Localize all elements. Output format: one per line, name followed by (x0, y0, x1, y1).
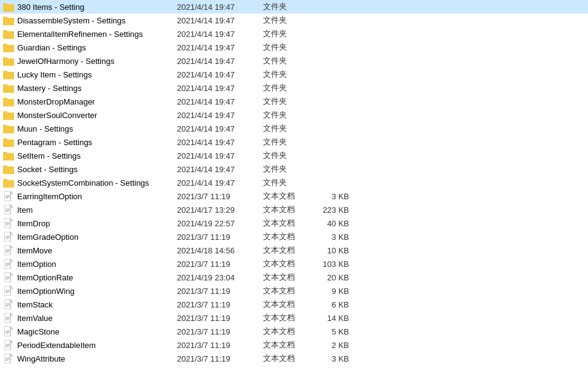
file-size: 3 KB (312, 192, 349, 201)
list-item[interactable]: Muun - Settings2021/4/14 19:47文件夹 (0, 122, 588, 135)
list-item[interactable]: Lucky Item - Settings2021/4/14 19:47文件夹 (0, 68, 588, 81)
file-name: SetItem - Settings (17, 151, 177, 160)
list-item[interactable]: DisassembleSystem - Settings2021/4/14 19… (0, 14, 588, 27)
file-name: WingAttribute (17, 354, 177, 363)
file-date: 2021/3/7 11:19 (177, 354, 263, 363)
folder-icon (2, 137, 15, 147)
list-item[interactable]: Mastery - Settings2021/4/14 19:47文件夹 (0, 81, 588, 95)
list-item[interactable]: Socket - Settings2021/4/14 19:47文件夹 (0, 162, 588, 176)
file-date: 2021/4/14 19:47 (177, 151, 263, 160)
svg-rect-96 (4, 313, 10, 323)
list-item[interactable]: ItemGradeOption2021/3/7 11:19文本文档3 KB (0, 230, 588, 243)
file-name: ItemGradeOption (17, 232, 177, 242)
svg-rect-48 (4, 205, 10, 215)
folder-icon (2, 29, 15, 39)
folder-icon (2, 164, 15, 174)
file-type: 文本文档 (263, 272, 312, 283)
list-item[interactable]: MagicStone2021/3/7 11:19文本文档5 KB (0, 325, 588, 338)
file-type: 文件夹 (263, 177, 312, 188)
list-item[interactable]: ItemMove2021/4/18 14:56文本文档10 KB (0, 243, 588, 257)
file-type: 文件夹 (263, 55, 312, 66)
file-name: MonsterSoulConverter (17, 111, 177, 120)
file-date: 2021/4/14 19:47 (177, 57, 263, 66)
file-date: 2021/4/19 22:57 (177, 219, 263, 228)
folder-icon (2, 97, 15, 106)
file-size: 3 KB (312, 354, 349, 363)
svg-rect-29 (3, 126, 14, 133)
svg-rect-32 (3, 140, 14, 146)
svg-rect-26 (3, 113, 14, 119)
svg-rect-60 (4, 232, 10, 242)
txt-file-icon (2, 313, 15, 323)
list-item[interactable]: ItemStack2021/3/7 11:19文本文档6 KB (0, 298, 588, 311)
list-item[interactable]: Pentagram - Settings2021/4/14 19:47文件夹 (0, 135, 588, 149)
file-name: MagicStone (17, 327, 177, 336)
file-date: 2021/4/14 19:47 (177, 43, 263, 52)
list-item[interactable]: MonsterSoulConverter2021/4/14 19:47文件夹 (0, 108, 588, 122)
file-date: 2021/4/14 19:47 (177, 124, 263, 133)
txt-file-icon (2, 205, 15, 215)
list-item[interactable]: ItemValue2021/3/7 11:19文本文档14 KB (0, 311, 588, 325)
svg-rect-78 (4, 272, 10, 282)
file-type: 文本文档 (263, 258, 312, 269)
svg-rect-14 (3, 58, 14, 65)
txt-file-icon (2, 191, 15, 201)
file-name: ElementalItemRefinemen - Settings (17, 30, 177, 39)
file-name: Socket - Settings (17, 165, 177, 174)
file-name: Guardian - Settings (17, 43, 177, 52)
file-size: 40 KB (312, 219, 349, 228)
file-date: 2021/3/7 11:19 (177, 259, 263, 269)
list-item[interactable]: ItemOptionRate2021/4/19 23:04文本文档20 KB (0, 271, 588, 284)
svg-rect-17 (3, 72, 14, 79)
file-date: 2021/4/14 19:47 (177, 138, 263, 147)
svg-marker-44 (10, 191, 13, 194)
list-item[interactable]: SocketSystemCombination - Settings2021/4… (0, 176, 588, 189)
file-name: ItemValue (17, 314, 177, 323)
file-date: 2021/3/7 11:19 (177, 192, 263, 201)
txt-file-icon (2, 354, 15, 363)
list-item[interactable]: SetItem - Settings2021/4/14 19:47文件夹 (0, 149, 588, 162)
file-list: 380 Items - Setting2021/4/14 19:47文件夹 Di… (0, 0, 588, 365)
file-size: 9 KB (312, 287, 349, 296)
folder-icon (2, 15, 15, 25)
list-item[interactable]: EarringItemOption2021/3/7 11:19文本文档3 KB (0, 189, 588, 203)
list-item[interactable]: WingAttribute2021/3/7 11:19文本文档3 KB (0, 352, 588, 365)
list-item[interactable]: ElementalItemRefinemen - Settings2021/4/… (0, 27, 588, 41)
list-item[interactable]: MonsterDropManager2021/4/14 19:47文件夹 (0, 95, 588, 108)
list-item[interactable]: ItemDrop2021/4/19 22:57文本文档40 KB (0, 216, 588, 230)
file-date: 2021/3/7 11:19 (177, 300, 263, 309)
file-name: DisassembleSystem - Settings (17, 16, 177, 25)
svg-rect-5 (3, 18, 14, 25)
file-date: 2021/3/7 11:19 (177, 341, 263, 350)
file-type: 文件夹 (263, 109, 312, 121)
file-date: 2021/4/18 14:56 (177, 246, 263, 255)
list-item[interactable]: ItemOption2021/3/7 11:19文本文档103 KB (0, 257, 588, 271)
file-date: 2021/4/19 23:04 (177, 273, 263, 282)
file-date: 2021/4/17 13:29 (177, 205, 263, 215)
file-type: 文件夹 (263, 42, 312, 53)
list-item[interactable]: PeriodExtendableItem2021/3/7 11:19文本文档2 … (0, 338, 588, 352)
file-name: Lucky Item - Settings (17, 70, 177, 79)
file-type: 文本文档 (263, 339, 312, 350)
list-item[interactable]: Item2021/4/17 13:29文本文档223 KB (0, 203, 588, 216)
svg-rect-23 (3, 99, 14, 106)
file-name: SocketSystemCombination - Settings (17, 178, 177, 188)
svg-marker-86 (10, 286, 13, 288)
folder-icon (2, 42, 15, 52)
file-date: 2021/4/14 19:47 (177, 111, 263, 120)
svg-rect-108 (4, 340, 10, 350)
txt-file-icon (2, 245, 15, 255)
file-type: 文件夹 (263, 69, 312, 80)
list-item[interactable]: Guardian - Settings2021/4/14 19:47文件夹 (0, 41, 588, 54)
file-type: 文件夹 (263, 123, 312, 134)
folder-icon (2, 69, 15, 79)
list-item[interactable]: JewelOfHarmony - Settings2021/4/14 19:47… (0, 54, 588, 68)
file-date: 2021/4/14 19:47 (177, 70, 263, 79)
file-type: 文本文档 (263, 231, 312, 242)
list-item[interactable]: 380 Items - Setting2021/4/14 19:47文件夹 (0, 0, 588, 14)
file-date: 2021/3/7 11:19 (177, 287, 263, 296)
svg-rect-54 (4, 218, 10, 228)
list-item[interactable]: ItemOptionWing2021/3/7 11:19文本文档9 KB (0, 284, 588, 298)
file-type: 文件夹 (263, 1, 312, 12)
svg-marker-116 (10, 354, 13, 356)
